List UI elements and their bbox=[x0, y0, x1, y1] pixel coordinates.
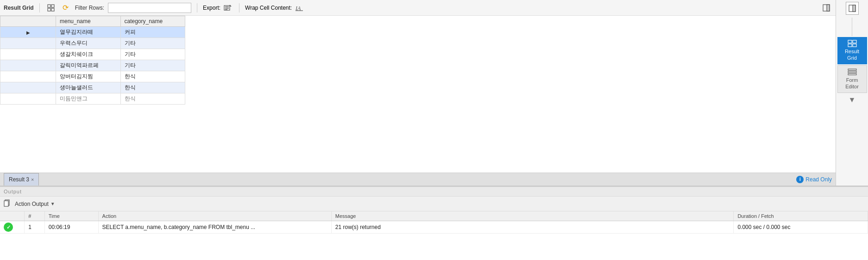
data-table: menu_name category_name ▶열무김지라떼커피우력스무디기타… bbox=[0, 16, 185, 105]
svg-rect-18 bbox=[848, 44, 852, 47]
cell-category-name: 기타 bbox=[120, 49, 185, 60]
cell-menu-name: 갈릭미역파르페 bbox=[56, 60, 121, 71]
output-status-cell: ✓ bbox=[0, 221, 25, 234]
output-row: ✓100:06:19SELECT a.menu_name, b.category… bbox=[0, 221, 868, 234]
result-grid-main: Result Grid ⟳ Filter Rows: bbox=[0, 0, 836, 186]
wrap-cell-label: Wrap Cell Content: bbox=[245, 5, 292, 11]
output-type-selector[interactable]: Action Output ▼ bbox=[15, 201, 55, 207]
sidebar-panel-toggle[interactable] bbox=[846, 2, 859, 15]
output-action-cell: SELECT a.menu_name, b.category_name FROM… bbox=[98, 221, 331, 234]
output-col-time: Time bbox=[44, 211, 98, 221]
svg-rect-15 bbox=[853, 5, 855, 12]
panel-icon-button[interactable] bbox=[821, 2, 832, 13]
filter-rows-label: Filter Rows: bbox=[75, 5, 104, 11]
cell-menu-name: 앙버터김지찜 bbox=[56, 71, 121, 82]
output-table-container[interactable]: # Time Action Message Duration / Fetch ✓… bbox=[0, 211, 868, 260]
form-editor-sidebar-btn[interactable]: FormEditor bbox=[837, 65, 867, 93]
data-table-container[interactable]: menu_name category_name ▶열무김지라떼커피우력스무디기타… bbox=[0, 16, 836, 173]
cell-menu-name: 생갈치쉐이크 bbox=[56, 49, 121, 60]
copy-icon bbox=[4, 199, 11, 208]
cell-category-name: 한식 bbox=[120, 82, 185, 93]
output-time-cell: 00:06:19 bbox=[44, 221, 98, 234]
svg-rect-7 bbox=[225, 9, 227, 10]
export-icon bbox=[224, 4, 232, 12]
toolbar: Result Grid ⟳ Filter Rows: bbox=[0, 0, 836, 16]
svg-rect-13 bbox=[827, 5, 830, 11]
row-indicator bbox=[0, 93, 56, 105]
sidebar-chevron-down[interactable]: ▼ bbox=[849, 96, 856, 104]
svg-rect-5 bbox=[225, 6, 229, 7]
toolbar-divider-2 bbox=[197, 3, 197, 12]
row-indicator bbox=[0, 49, 56, 60]
sidebar-separator bbox=[852, 18, 852, 36]
result-grid-sidebar-btn[interactable]: ResultGrid bbox=[837, 37, 867, 64]
svg-rect-22 bbox=[848, 74, 856, 75]
row-indicator: ▶ bbox=[0, 27, 56, 38]
cell-category-name: 기타 bbox=[120, 38, 185, 49]
output-message-cell: 21 row(s) returned bbox=[331, 221, 734, 234]
output-type-label: Action Output bbox=[15, 201, 49, 207]
tab-close-icon[interactable]: × bbox=[31, 177, 34, 182]
svg-rect-24 bbox=[4, 201, 8, 206]
info-icon: i bbox=[796, 176, 804, 183]
row-indicator bbox=[0, 38, 56, 49]
right-sidebar: ResultGrid FormEditor ▼ bbox=[836, 0, 868, 186]
row-indicator bbox=[0, 60, 56, 71]
svg-rect-17 bbox=[853, 40, 856, 43]
toolbar-divider bbox=[39, 3, 40, 12]
output-section: Output Action Output ▼ # bbox=[0, 186, 868, 260]
read-only-label: Read Only bbox=[805, 176, 832, 183]
svg-rect-19 bbox=[853, 44, 856, 47]
svg-rect-21 bbox=[848, 71, 856, 73]
panel-icon bbox=[823, 4, 830, 12]
result-grid-section: Result Grid ⟳ Filter Rows: bbox=[0, 0, 868, 186]
output-table: # Time Action Message Duration / Fetch ✓… bbox=[0, 211, 868, 234]
row-arrow-icon: ▶ bbox=[26, 30, 30, 35]
cell-category-name: 한식 bbox=[120, 71, 185, 82]
cell-category-name: 기타 bbox=[120, 60, 185, 71]
output-col-message: Message bbox=[331, 211, 734, 221]
form-editor-icon bbox=[848, 68, 857, 76]
row-indicator-header bbox=[0, 16, 56, 27]
dropdown-arrow-icon: ▼ bbox=[50, 201, 55, 206]
wrap-cell-section: Wrap Cell Content: IA bbox=[245, 2, 305, 13]
svg-rect-2 bbox=[48, 8, 50, 11]
svg-rect-1 bbox=[51, 5, 54, 7]
output-header: Output bbox=[0, 187, 868, 197]
col-header-category-name: category_name bbox=[120, 16, 185, 27]
grid-icon-button[interactable] bbox=[45, 2, 57, 13]
panel-toggle-icon bbox=[849, 5, 856, 12]
output-col-status bbox=[0, 211, 25, 221]
status-ok-icon: ✓ bbox=[4, 223, 13, 232]
refresh-icon-button[interactable]: ⟳ bbox=[60, 2, 71, 13]
svg-rect-20 bbox=[848, 69, 856, 70]
main-container: Result Grid ⟳ Filter Rows: bbox=[0, 0, 868, 260]
svg-rect-0 bbox=[48, 5, 50, 7]
svg-rect-16 bbox=[848, 40, 852, 43]
filter-input[interactable] bbox=[108, 3, 191, 13]
svg-rect-6 bbox=[225, 8, 229, 9]
result-grid-label: Result Grid bbox=[4, 5, 34, 11]
wrap-icon-button[interactable]: IA bbox=[294, 2, 305, 13]
cell-menu-name: 미듬민앤그 bbox=[56, 93, 121, 105]
row-indicator bbox=[0, 71, 56, 82]
svg-rect-3 bbox=[51, 8, 54, 11]
row-indicator bbox=[0, 82, 56, 93]
svg-marker-8 bbox=[230, 5, 232, 6]
output-toolbar: Action Output ▼ bbox=[0, 197, 868, 211]
export-section: Export: bbox=[203, 2, 233, 13]
tab-bar: Result 3 × i Read Only bbox=[0, 173, 836, 186]
toolbar-divider-3 bbox=[239, 3, 239, 12]
result-tab[interactable]: Result 3 × bbox=[4, 173, 39, 186]
output-num-cell: 1 bbox=[25, 221, 44, 234]
refresh-icon: ⟳ bbox=[63, 3, 69, 12]
read-only-badge: i Read Only bbox=[796, 176, 832, 183]
grid-icon bbox=[47, 4, 55, 12]
cell-category-name: 커피 bbox=[120, 27, 185, 38]
cell-category-name: 한식 bbox=[120, 93, 185, 105]
wrap-icon: IA bbox=[295, 4, 303, 12]
output-col-duration: Duration / Fetch bbox=[734, 211, 868, 221]
cell-menu-name: 우력스무디 bbox=[56, 38, 121, 49]
col-header-menu-name: menu_name bbox=[56, 16, 121, 27]
export-icon-button[interactable] bbox=[222, 2, 233, 13]
